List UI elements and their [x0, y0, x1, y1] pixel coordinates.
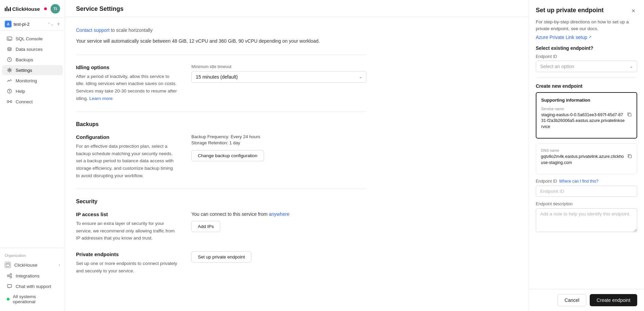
panel-header: Set up private endpoint × — [529, 0, 644, 15]
sidebar-item-help-label: Help — [16, 89, 25, 94]
add-ips-button[interactable]: Add IPs — [191, 221, 220, 232]
backups-col-right: Backup Frequency: Every 24 hours Storage… — [191, 134, 366, 179]
endpoint-id-input-label: Endpoint ID Where can I find this? — [536, 179, 637, 184]
private-endpoints-two-col: Private endpoints Set up one or more end… — [76, 251, 366, 274]
idle-timeout-select-wrap: 15 minutes (default) — [191, 71, 366, 83]
private-endpoints-col-right: Set up private endpoint — [191, 251, 366, 274]
ip-access-title: IP access list — [76, 211, 178, 217]
backups-two-col: Configuration For an effective data prot… — [76, 134, 366, 179]
svg-point-8 — [7, 275, 9, 277]
storage-retention: Storage Retention: 1 day — [191, 140, 366, 145]
dns-name-field: DNS name gqtv8o2m4k.eastus.privatelink.a… — [541, 148, 632, 166]
ip-connect-prefix: You can connect to this service from — [191, 211, 267, 217]
svg-point-1 — [8, 47, 11, 49]
svg-point-2 — [9, 69, 11, 71]
sidebar-item-data-sources-label: Data sources — [16, 47, 43, 52]
close-panel-button[interactable]: × — [629, 7, 637, 15]
sidebar-item-connect[interactable]: Connect — [2, 97, 63, 107]
endpoint-id-input[interactable] — [536, 186, 637, 197]
panel-subtitle-text: For step-by-step directions on how to se… — [536, 19, 629, 31]
sidebar-item-backups[interactable]: Backups — [2, 55, 63, 65]
org-name: ClickHouse — [14, 263, 37, 268]
sidebar-item-connect-label: Connect — [16, 99, 33, 104]
org-item[interactable]: ClickHouse › — [0, 260, 65, 270]
ip-access-col-right: You can connect to this service from any… — [191, 211, 366, 242]
endpoint-description-textarea[interactable] — [536, 208, 637, 232]
private-endpoints-description: Set up one or more endpoints to connect … — [76, 260, 178, 274]
workspace-icon: A — [5, 21, 12, 27]
sidebar-item-settings[interactable]: Settings — [2, 65, 63, 75]
copy-dns-name-button[interactable] — [627, 154, 632, 160]
cancel-button[interactable]: Cancel — [557, 294, 587, 306]
scale-text: to scale horizontally — [111, 27, 153, 33]
storage-retention-value: 1 day — [229, 140, 240, 145]
backup-meta: Backup Frequency: Every 24 hours Storage… — [191, 134, 366, 145]
workspace-name: test-pl-2 — [14, 22, 45, 27]
panel-title: Set up private endpoint — [536, 7, 625, 14]
sidebar-item-data-sources[interactable]: Data sources — [2, 44, 63, 54]
sidebar-item-integrations[interactable]: Integrations — [2, 271, 63, 281]
idling-two-col: Idling options After a period of inactiv… — [76, 64, 366, 102]
setup-private-endpoint-button[interactable]: Set up private endpoint — [191, 251, 251, 263]
dns-name-text: gqtv8o2m4k.eastus.privatelink.azure.clic… — [541, 154, 625, 166]
avatar: TI — [51, 4, 60, 14]
idle-timeout-select[interactable]: 15 minutes (default) — [191, 71, 366, 83]
sidebar-item-integrations-label: Integrations — [16, 273, 40, 278]
org-label: Organization — [0, 252, 65, 260]
sidebar: ClickHouse TI A test-pl-2 ⌃⌄ + SQL Conso… — [0, 0, 65, 311]
where-can-i-find-link[interactable]: Where can I find this? — [559, 179, 599, 184]
svg-point-4 — [10, 92, 10, 92]
status-label: All systems operational — [13, 294, 58, 304]
logo: ClickHouse — [5, 6, 40, 12]
workspace-row[interactable]: A test-pl-2 ⌃⌄ + — [0, 18, 65, 30]
svg-rect-11 — [628, 113, 631, 116]
org-icon — [5, 262, 11, 268]
dns-name-box: DNS name gqtv8o2m4k.eastus.privatelink.a… — [536, 143, 637, 174]
create-endpoint-button[interactable]: Create endpoint — [590, 294, 637, 306]
ip-access-description: To ensure an extra layer of security for… — [76, 220, 178, 242]
svg-point-3 — [7, 89, 12, 93]
security-section: Security IP access list To ensure an ext… — [76, 189, 366, 284]
dns-name-value: gqtv8o2m4k.eastus.privatelink.azure.clic… — [541, 154, 632, 166]
dns-name-label: DNS name — [541, 148, 632, 152]
select-existing-title: Select existing endpoint? — [536, 45, 637, 51]
sidebar-item-monitoring[interactable]: Monitoring — [2, 76, 63, 86]
private-endpoint-panel: Set up private endpoint × For step-by-st… — [529, 0, 644, 311]
idle-timeout-label: Minimum idle timeout — [191, 64, 366, 69]
sidebar-item-help[interactable]: Help — [2, 86, 63, 96]
page-title: Service Settings — [76, 5, 518, 13]
config-description: For an effective data protection plan, s… — [76, 143, 178, 179]
sidebar-item-chat-support[interactable]: Chat with support — [2, 281, 63, 291]
copy-service-name-button[interactable] — [627, 112, 632, 118]
sql-console-icon — [7, 36, 12, 41]
main-header: Service Settings — [65, 0, 529, 17]
service-name-value: staging-eastus-0-0.5a631ee3-697f-45d7-87… — [541, 112, 632, 130]
create-new-title: Create new endpoint — [536, 83, 637, 89]
storage-retention-label: Storage Retention: — [191, 140, 228, 145]
ip-connect-text: You can connect to this service from any… — [191, 211, 366, 217]
connect-icon — [7, 99, 12, 104]
change-backup-button[interactable]: Change backup configuration — [191, 150, 264, 161]
service-name-label: Service name — [541, 107, 632, 111]
contact-support-link[interactable]: Contact support — [76, 27, 110, 33]
external-link-icon: ↗ — [588, 35, 591, 39]
azure-private-link[interactable]: Azure Private Link setup ↗ — [536, 35, 591, 40]
ip-connect-link[interactable]: anywhere — [269, 211, 289, 217]
learn-more-link[interactable]: Learn more — [89, 96, 113, 101]
main-body: Contact support to scale horizontally Yo… — [65, 17, 377, 297]
chat-support-icon — [7, 284, 12, 289]
endpoint-id-select-label: Endpoint ID — [536, 54, 637, 59]
workspace-chevron-icon: ⌃⌄ — [48, 22, 54, 26]
private-endpoints-title: Private endpoints — [76, 251, 178, 257]
backup-frequency-value: Every 24 hours — [231, 134, 260, 139]
org-chevron-icon: › — [59, 263, 60, 267]
endpoint-id-input-section: Endpoint ID Where can I find this? — [536, 179, 637, 197]
security-section-title: Security — [76, 199, 366, 205]
sidebar-item-sql-console[interactable]: SQL Console — [2, 34, 63, 44]
endpoint-id-select[interactable]: Select an option — [536, 61, 637, 72]
scale-info: Your service will automatically scale be… — [76, 37, 366, 45]
add-workspace-button[interactable]: + — [57, 21, 60, 27]
idling-col-left: Idling options After a period of inactiv… — [76, 64, 178, 102]
endpoint-description-label: Endpoint description — [536, 202, 637, 206]
monitoring-icon — [7, 78, 12, 83]
